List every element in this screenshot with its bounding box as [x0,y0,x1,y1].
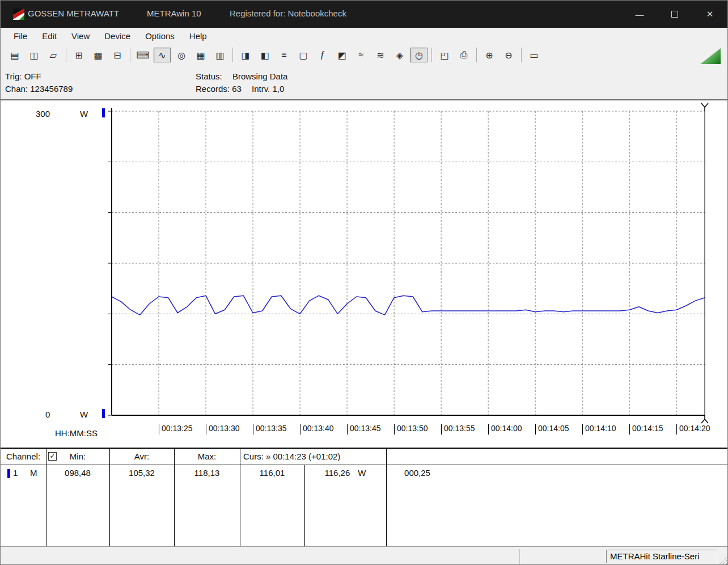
copy-page-icon[interactable]: ⊟ [109,48,126,62]
titlebar-registered: Registered for: Notebookcheck [230,9,346,18]
signal-log-icon[interactable]: ≋ [372,48,389,62]
x-tick-label: 00:13:25 [159,424,193,435]
resize-grip-icon[interactable] [719,556,728,565]
file-open-icon[interactable]: ▱ [45,48,62,62]
minimize-button[interactable]: — [622,1,657,28]
pc-monitor-icon[interactable]: ▢ [295,48,312,62]
close-button[interactable]: ✕ [692,1,727,28]
statusbar: METRAHit Starline-Seri [1,546,728,565]
y-axis-min-label: 0 [45,410,50,419]
zoom-in-icon[interactable]: ⊕ [481,48,498,62]
col-header-min: Min: [46,452,109,461]
table-gridline [386,449,387,547]
timer-icon[interactable]: ◷ [410,48,428,62]
records-value: 63 [232,84,242,94]
titlebar: GOSSEN METRAWATT METRAwin 10 Registered … [1,1,727,28]
y-axis-unit-bottom: W [80,410,88,419]
x-tick-label: 00:14:15 [629,424,663,435]
snapshot-icon[interactable]: ▩ [90,48,107,62]
x-tick-label: 00:13:35 [253,424,287,435]
scale-settings-icon[interactable]: ▥ [211,48,228,62]
device-write-icon[interactable]: ◧ [256,48,273,62]
menu-edit[interactable]: Edit [35,28,64,45]
col-header-cursor: Curs: » 00:14:23 (+01:02) [243,452,340,461]
cell-cursor1-value: 116,01 [240,468,304,478]
col-header-max: Max: [174,452,240,461]
menu-device[interactable]: Device [97,28,138,45]
annotation-icon[interactable]: ▭ [526,48,543,62]
menu-view[interactable]: View [64,28,97,45]
channel-marker-top [102,108,105,117]
menu-file[interactable]: File [6,28,35,45]
cell-cursor2-value: 116,26W [304,468,386,478]
chart-view-icon[interactable]: ∿ [154,48,171,62]
x-tick-label: 00:13:30 [206,424,240,435]
x-tick-label: 00:14:10 [582,424,616,435]
col-header-avr: Avr: [109,452,174,461]
x-axis-ticks: 00:13:2500:13:3000:13:3500:13:4000:13:45… [112,424,713,436]
device-display-icon[interactable]: ◩ [333,48,350,62]
measurement-table: Channel: ✓ Min: Avr: Max: Curs: » 00:14:… [1,448,728,546]
toolbar-separator [232,48,233,62]
toolbar-separator [66,48,66,62]
toolbar-separator [476,48,477,62]
app-logo-icon[interactable] [13,9,24,20]
x-tick-label: 00:13:45 [347,424,381,435]
menu-help[interactable]: Help [182,28,214,45]
channel-marker-bottom [102,409,105,418]
cell-delta-value: 000,25 [386,468,448,478]
x-axis-format-label: HH:MM:SS [55,428,98,438]
file-new-icon[interactable]: ▤ [6,48,23,62]
zoom-out-icon[interactable]: ⊖ [500,48,517,62]
menubar: FileEditViewDeviceOptionsHelp [1,28,727,45]
table-gridline [174,449,175,547]
file-save-icon[interactable]: ◫ [26,48,43,62]
menu-options[interactable]: Options [138,28,182,45]
toolbar-separator [521,48,522,62]
cell-avr-value: 105,32 [109,468,174,478]
x-tick-label: 00:13:40 [300,424,334,435]
window-controls: — ✕ [622,1,727,28]
numeric-display-icon[interactable]: ⌨ [134,48,151,62]
export-icon[interactable]: ⊞ [70,48,87,62]
trig-value: OFF [24,71,41,81]
chan-value: 123456789 [30,84,73,94]
device-list-icon[interactable]: ≡ [276,48,293,62]
function-icon[interactable]: ƒ [314,48,331,62]
chan-label: Chan: [5,84,28,94]
x-tick-label: 00:13:55 [441,424,475,435]
records-label: Records: [196,84,230,94]
channel-1-color-marker [7,469,10,478]
trig-label: Trig: [5,71,22,81]
chan-status: Chan: 123456789 [5,84,73,94]
titlebar-app-name: METRAwin 10 [147,9,201,18]
x-tick-label: 00:14:05 [535,424,569,435]
x-tick-label: 00:14:00 [488,424,522,435]
table-gridline [240,449,240,547]
table-gridline [109,449,110,547]
device-name-field: METRAHit Starline-Seri [606,550,717,563]
chart-plot-area[interactable] [112,111,705,415]
print-icon[interactable]: ⎙ [455,48,472,62]
cell-min-value: 098,48 [46,468,109,478]
interval-label: Intrv. [252,84,270,94]
table-gridline [46,449,46,547]
status-value: Browsing Data [232,71,288,81]
cell-channel-number: 1 [13,468,18,478]
overlay-icon[interactable]: ◈ [391,48,408,62]
x-tick-label: 00:14:20 [676,424,710,435]
table-view-icon[interactable]: ▦ [192,48,209,62]
x-tick-label: 00:13:50 [394,424,428,435]
info-panel: Trig: OFF Chan: 123456789 Status: Browsi… [1,65,727,100]
toolbar-separator [431,48,432,62]
records-line: Records: 63 Intrv. 1,0 [196,84,284,94]
chart-panel: 300 W 0 W 00:13:2500:13:3000:13:3500:13:… [1,100,728,448]
scope-view-icon[interactable]: ◎ [173,48,190,62]
toolbar-separator [130,48,130,62]
device-read-icon[interactable]: ◨ [237,48,254,62]
trig-status: Trig: OFF [5,71,41,81]
print-preview-icon[interactable]: ◰ [436,48,453,62]
maximize-icon [671,11,678,18]
maximize-button[interactable] [657,1,692,28]
signal-live-icon[interactable]: ≈ [353,48,370,62]
